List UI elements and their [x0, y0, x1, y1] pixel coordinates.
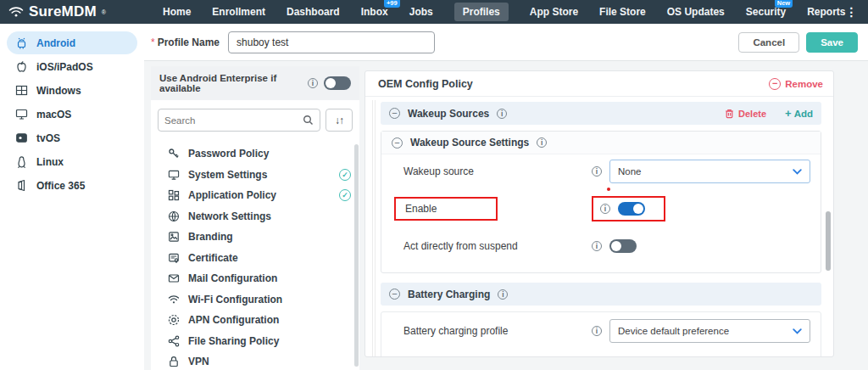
policy-item-file-sharing[interactable]: File Sharing Policy — [151, 331, 359, 352]
battery-profile-row: Battery charging profile i Device defaul… — [381, 312, 821, 350]
profile-name-input[interactable] — [228, 31, 435, 53]
selected-value: Device default preference — [618, 326, 729, 336]
tv-icon — [15, 132, 28, 144]
info-icon: i — [592, 326, 602, 336]
policy-item-mail[interactable]: Mail Configuration — [151, 268, 359, 289]
nav-reports[interactable]: Reports — [807, 6, 845, 18]
linux-penguin-icon — [15, 155, 28, 169]
section-title: Battery Charging — [408, 289, 490, 300]
policy-item-label: APN Configuration — [188, 314, 279, 326]
mail-icon — [168, 272, 180, 284]
search-input[interactable] — [164, 115, 303, 126]
nav-home[interactable]: Home — [163, 6, 191, 18]
sidebar-item-label: macOS — [36, 109, 71, 121]
oem-panel-header: OEM Config Policy − Remove — [365, 71, 833, 97]
policy-item-password[interactable]: Password Policy — [151, 143, 359, 165]
apple-icon — [15, 60, 28, 74]
field-label: Wakeup source — [403, 165, 474, 177]
oem-panel-scrollbar[interactable] — [826, 211, 831, 271]
nav-security-label: Security — [746, 6, 786, 18]
search-box[interactable] — [158, 109, 320, 132]
policy-item-branding[interactable]: Branding — [151, 227, 359, 248]
nav-dashboard[interactable]: Dashboard — [287, 6, 340, 18]
android-enterprise-toggle[interactable] — [324, 76, 351, 90]
oem-config-panel: OEM Config Policy − Remove − Wakeup Sour… — [364, 70, 834, 357]
enable-row: Enable i — [381, 188, 821, 229]
enable-toggle[interactable] — [618, 202, 645, 216]
policy-item-label: System Settings — [188, 169, 267, 181]
remove-label: Remove — [785, 79, 823, 89]
image-icon — [168, 231, 180, 243]
save-button[interactable]: Save — [806, 32, 858, 53]
cancel-button[interactable]: Cancel — [738, 32, 799, 53]
policy-item-label: Certificate — [188, 252, 238, 264]
field-label: Battery charging profile — [403, 325, 508, 337]
policy-item-certificate[interactable]: Certificate — [151, 248, 359, 269]
nav-enrollment[interactable]: Enrollment — [212, 6, 265, 18]
nav-app-store[interactable]: App Store — [530, 6, 578, 18]
add-button[interactable]: + Add — [785, 107, 813, 120]
configured-check-icon: ✓ — [339, 189, 351, 201]
sidebar-item-windows[interactable]: Windows — [7, 79, 137, 102]
policy-item-application[interactable]: Application Policy ✓ — [151, 185, 359, 206]
policy-item-label: Password Policy — [188, 148, 269, 160]
delete-button[interactable]: Delete — [725, 109, 766, 119]
sidebar-item-office365[interactable]: Office 365 — [7, 174, 137, 197]
policy-item-apn[interactable]: APN Configuration — [151, 310, 359, 331]
content-area: Use Android Enterprise if available i ↓↑… — [144, 61, 868, 370]
selected-value: None — [618, 166, 642, 177]
enable-toggle-annotation-box: i — [592, 196, 665, 221]
sidebar-item-linux[interactable]: Linux — [7, 150, 137, 173]
info-icon: i — [600, 204, 610, 214]
sort-button[interactable]: ↓↑ — [326, 109, 353, 132]
sidebar-item-tvos[interactable]: tvOS — [7, 126, 137, 149]
wakeup-sources-section-header[interactable]: − Wakeup Sources i Delete + Add — [381, 102, 821, 125]
collapse-icon[interactable]: − — [389, 289, 400, 300]
inner-scroll-track[interactable] — [372, 100, 376, 357]
sidebar-item-ios[interactable]: iOS/iPadOS — [7, 55, 137, 78]
policy-item-system-settings[interactable]: System Settings ✓ — [151, 165, 359, 186]
act-from-suspend-row: Act directly from suspend i — [381, 229, 821, 263]
security-new-badge: New — [775, 0, 793, 8]
wakeup-source-select[interactable]: None — [609, 160, 810, 183]
office-icon — [15, 179, 28, 192]
policy-item-wifi[interactable]: Wi-Fi Configuration — [151, 289, 359, 311]
sidebar-item-android[interactable]: Android — [7, 31, 137, 54]
nav-os-updates[interactable]: OS Updates — [667, 6, 725, 18]
policy-item-vpn[interactable]: VPN — [151, 351, 359, 370]
collapse-icon[interactable]: − — [389, 108, 400, 119]
nav-profiles[interactable]: Profiles — [454, 3, 509, 21]
nav-security[interactable]: SecurityNew — [746, 6, 786, 18]
policy-item-network[interactable]: Network Settings — [151, 206, 359, 227]
search-icon — [303, 115, 314, 126]
policy-item-label: Branding — [188, 231, 233, 243]
policy-list-scrollbar[interactable] — [354, 144, 359, 367]
enable-field-label-annotated: Enable — [394, 197, 498, 221]
battery-policy-row: Battery charging profile policy i Set by… — [381, 350, 821, 357]
info-icon: i — [498, 289, 508, 300]
info-icon: i — [592, 166, 602, 177]
battery-charging-section-header[interactable]: − Battery Charging i — [381, 283, 821, 306]
collapse-icon[interactable]: − — [392, 137, 403, 149]
profile-name-label: Profile Name — [158, 36, 220, 48]
wakeup-settings-header[interactable]: − Wakeup Source Settings i — [381, 132, 821, 154]
trash-icon — [725, 109, 734, 119]
policy-item-label: Network Settings — [188, 210, 271, 222]
battery-policy-select[interactable]: Set by device — [609, 356, 810, 357]
section-actions: Delete + Add — [725, 107, 813, 120]
nav-jobs[interactable]: Jobs — [409, 6, 433, 18]
battery-profile-select[interactable]: Device default preference — [609, 319, 810, 343]
remove-policy-button[interactable]: − Remove — [769, 78, 823, 90]
act-from-suspend-toggle[interactable] — [609, 239, 637, 253]
brand[interactable]: SureMDM® — [0, 3, 127, 20]
sidebar-item-label: iOS/iPadOS — [36, 61, 93, 73]
apn-icon — [168, 314, 180, 326]
nav-inbox[interactable]: Inbox+99 — [361, 6, 388, 18]
nav-file-store[interactable]: File Store — [599, 6, 646, 18]
inbox-badge: +99 — [384, 0, 400, 8]
kebab-menu-icon[interactable]: ⋮ — [845, 5, 857, 19]
windows-icon — [15, 84, 28, 97]
sidebar-item-macos[interactable]: macOS — [7, 103, 137, 126]
battery-charging-box: Battery charging profile i Device defaul… — [381, 311, 821, 357]
info-icon: i — [592, 241, 602, 251]
